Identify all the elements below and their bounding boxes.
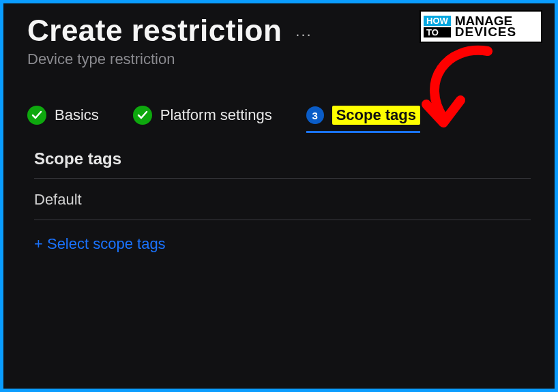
app-frame: Create restriction ··· Device type restr…	[0, 0, 558, 392]
page-subtitle: Device type restriction	[27, 50, 531, 68]
section-title: Scope tags	[34, 149, 531, 178]
divider	[34, 220, 531, 220]
check-icon	[27, 106, 46, 125]
step-label: Platform settings	[160, 106, 272, 124]
check-icon	[133, 106, 152, 125]
select-scope-tags-link[interactable]: + Select scope tags	[34, 235, 531, 253]
page-title: Create restriction	[27, 14, 282, 48]
active-underline	[306, 131, 420, 133]
watermark-to: TO	[424, 27, 451, 37]
scope-tags-section: Scope tags Default + Select scope tags	[27, 149, 531, 253]
step-scope-tags[interactable]: 3 Scope tags	[306, 106, 420, 129]
scope-tag-row: Default	[34, 179, 531, 220]
step-platform-settings[interactable]: Platform settings	[133, 106, 272, 129]
watermark-line2: DEVICES	[455, 27, 516, 37]
wizard-stepper: Basics Platform settings 3 Scope tags	[27, 106, 531, 129]
step-basics[interactable]: Basics	[27, 106, 99, 129]
step-label: Scope tags	[332, 106, 420, 125]
step-label: Basics	[55, 106, 99, 124]
more-icon[interactable]: ···	[295, 26, 312, 44]
step-number-badge: 3	[306, 106, 324, 124]
watermark-how: HOW	[424, 16, 451, 26]
watermark-logo: HOW TO MANAGE DEVICES	[420, 10, 542, 43]
